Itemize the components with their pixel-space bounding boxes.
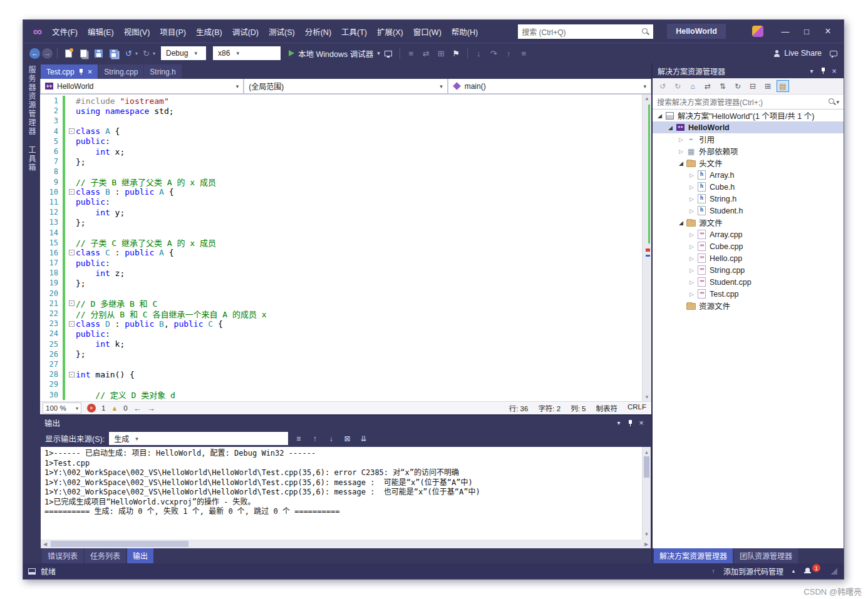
maximize-button[interactable]	[796, 23, 817, 39]
twistie-icon[interactable]	[676, 160, 686, 166]
twistie-icon[interactable]	[676, 136, 686, 143]
tree-item[interactable]: Array.h	[653, 169, 844, 181]
code-line[interactable]: 11public:	[40, 197, 642, 207]
twistie-icon[interactable]	[655, 113, 664, 119]
code-line[interactable]: 3	[40, 116, 642, 126]
tree-item[interactable]: Student.cpp	[653, 276, 844, 288]
tree-item[interactable]: 资源文件	[653, 300, 844, 312]
tab-close-icon[interactable]: ×	[88, 67, 93, 76]
panel-tab[interactable]: 任务列表	[85, 548, 126, 563]
code-line[interactable]: 15// 子类 C 继承了父类 A 的 x 成员	[40, 238, 642, 248]
background-tasks-icon[interactable]	[28, 568, 36, 575]
new-window-icon[interactable]	[435, 47, 448, 60]
tree-item[interactable]: 头文件	[653, 157, 844, 169]
pin-icon[interactable]	[624, 419, 636, 427]
next-message-icon[interactable]	[325, 433, 337, 444]
tree-item[interactable]: 引用	[653, 133, 844, 145]
menu-item[interactable]: 扩展(X)	[372, 23, 408, 41]
code-line[interactable]: 19};	[40, 278, 642, 288]
code-line[interactable]: 20	[40, 289, 642, 299]
code-line[interactable]: 13};	[40, 217, 642, 227]
save-icon[interactable]	[92, 47, 105, 60]
menu-item[interactable]: 生成(B)	[191, 23, 227, 41]
window-position-icon[interactable]	[613, 419, 624, 426]
twistie-icon[interactable]	[687, 255, 696, 262]
start-debugging-button[interactable]: 本地 Windows 调试器 ▾	[289, 48, 380, 59]
tree-item[interactable]: Array.cpp	[653, 228, 844, 240]
output-lines[interactable]: ▲ ▼ 1>------ 已启动生成: 项目: HelloWorld, 配置: …	[41, 447, 651, 540]
step-into-icon[interactable]	[472, 47, 485, 60]
task-list-icon[interactable]	[517, 47, 530, 60]
menu-item[interactable]: 测试(S)	[264, 23, 300, 41]
code-line[interactable]: 17public:	[40, 258, 642, 268]
tree-item[interactable]: 源文件	[653, 217, 844, 228]
scroll-down-icon[interactable]: ▼	[643, 530, 651, 540]
show-output-icon[interactable]	[405, 47, 418, 60]
menu-item[interactable]: 分析(N)	[300, 23, 336, 41]
code-line[interactable]: 6 int x;	[40, 146, 642, 156]
preview-selected-items-icon[interactable]	[777, 80, 789, 92]
code-line[interactable]: 22// 分别从 B 和 C 各自继承一个来自 A 的成员 x	[40, 309, 642, 319]
switch-windows-icon[interactable]	[420, 47, 433, 60]
menu-item[interactable]: 调试(D)	[227, 23, 264, 41]
minimize-button[interactable]	[775, 23, 796, 39]
code-line[interactable]: 25 int k;	[40, 339, 642, 349]
side-tool-tab[interactable]: 服务器资源管理器	[26, 66, 37, 136]
search-icon[interactable]	[641, 28, 649, 36]
navigate-forward-icon[interactable]	[42, 48, 53, 59]
output-vertical-scrollbar[interactable]: ▲ ▼	[642, 447, 651, 540]
step-out-icon[interactable]	[502, 47, 515, 60]
home-icon[interactable]	[686, 80, 699, 92]
close-icon[interactable]	[636, 418, 647, 427]
undo-icon[interactable]	[122, 47, 135, 60]
resize-grip[interactable]	[831, 568, 837, 575]
code-line[interactable]: 30 // 定义 D 类对象 d	[40, 389, 642, 399]
previous-message-icon[interactable]	[309, 433, 321, 444]
error-count-icon[interactable]	[87, 404, 96, 412]
tree-item[interactable]: 解决方案"HelloWorld"(1 个项目/共 1 个)	[653, 110, 844, 121]
scope-combo[interactable]: (全局范围) ▾	[244, 79, 447, 94]
clear-all-icon[interactable]	[341, 433, 353, 444]
scroll-left-icon[interactable]: ◀	[41, 540, 49, 548]
account-icon[interactable]	[752, 26, 763, 37]
twistie-icon[interactable]	[687, 208, 696, 214]
twistie-icon[interactable]	[687, 232, 696, 238]
chevron-down-icon[interactable]: ▾	[836, 99, 839, 105]
editor-tab[interactable]: String.cpp	[98, 64, 143, 79]
chevron-down-icon[interactable]: ▾	[377, 50, 380, 56]
switch-views-icon[interactable]	[701, 80, 714, 92]
code-line[interactable]: 5public:	[40, 136, 642, 146]
code-line[interactable]: 9// 子类 B 继承了父类 A 的 x 成员	[40, 177, 642, 187]
collapse-box-icon[interactable]	[69, 250, 75, 255]
bookmark-icon[interactable]	[450, 47, 463, 60]
code-line[interactable]: 2using namespace std;	[40, 106, 642, 116]
editor-tab[interactable]: String.h	[144, 64, 181, 79]
scroll-up-icon[interactable]: ▲	[643, 96, 651, 101]
line-ending-indicator[interactable]: CRLF	[628, 403, 646, 413]
pin-icon[interactable]	[817, 67, 829, 74]
code-line[interactable]: 7};	[40, 156, 642, 166]
attach-to-process-icon[interactable]	[382, 47, 395, 60]
tabs-indicator[interactable]: 制表符	[596, 403, 617, 413]
tree-item[interactable]: String.cpp	[653, 264, 844, 276]
tree-item[interactable]: Cube.cpp	[653, 240, 844, 252]
tree-item[interactable]: Student.h	[653, 205, 844, 217]
panel-tab[interactable]: 解决方案资源管理器	[654, 548, 733, 563]
window-position-icon[interactable]	[806, 68, 817, 74]
chevron-up-icon[interactable]	[788, 568, 799, 574]
menu-item[interactable]: 项目(P)	[155, 23, 191, 41]
redo-icon[interactable]	[140, 47, 153, 60]
properties-icon[interactable]	[762, 80, 774, 92]
feedback-icon[interactable]	[830, 51, 837, 56]
open-file-icon[interactable]	[77, 47, 90, 60]
zoom-combo[interactable]: 100 % ▾	[43, 402, 81, 414]
code-line[interactable]: 21// D 多继承 B 和 C	[40, 299, 642, 309]
notification-badge[interactable]: 1	[812, 564, 820, 572]
menu-item[interactable]: 视图(V)	[119, 23, 155, 41]
menu-item[interactable]: 帮助(H)	[447, 23, 483, 41]
code-line[interactable]: 8	[40, 166, 642, 177]
code-line[interactable]: 10class B : public A {	[40, 187, 642, 197]
tree-item[interactable]: Cube.h	[653, 181, 844, 193]
live-share-button[interactable]: Live Share	[773, 49, 822, 58]
back-icon[interactable]	[656, 80, 669, 92]
